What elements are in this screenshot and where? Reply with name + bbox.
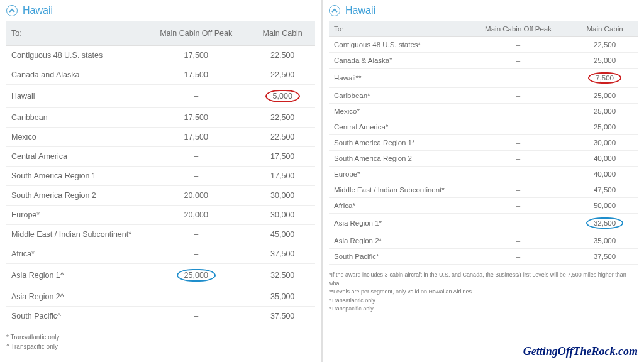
cell-offpeak: –: [465, 135, 572, 151]
table-row: Africa*–50,000: [329, 198, 638, 214]
section-header[interactable]: Hawaii: [6, 5, 315, 16]
cell-destination: Canada and Alaska: [6, 65, 142, 85]
table-row: Asia Region 1*–32,500: [329, 214, 638, 233]
cell-offpeak: 17,500: [142, 128, 250, 147]
cell-offpeak: –: [465, 37, 572, 53]
cell-offpeak: –: [142, 167, 250, 186]
cell-main: 47,500: [572, 182, 638, 198]
cell-offpeak: 17,500: [142, 65, 250, 85]
table-row: Central America–17,500: [6, 147, 315, 167]
footnote-line: *Transatlantic only: [329, 297, 638, 305]
cell-main: 17,500: [250, 147, 315, 167]
cell-offpeak: –: [465, 233, 572, 249]
cell-offpeak: –: [465, 88, 572, 104]
cell-destination: Caribbean: [6, 108, 142, 128]
cell-main: 25,000: [572, 88, 638, 104]
cell-offpeak: –: [142, 307, 250, 326]
table-row: Asia Region 1^25,00032,500: [6, 264, 315, 287]
table-row: Canada and Alaska17,50022,500: [6, 65, 315, 85]
cell-offpeak: 20,000: [142, 186, 250, 206]
table-row: Asia Region 2*–35,000: [329, 233, 638, 249]
cell-offpeak: 17,500: [142, 108, 250, 128]
cell-destination: South America Region 1: [6, 167, 142, 186]
chevron-up-icon[interactable]: [329, 5, 340, 16]
footnote-line: * Transatlantic only: [6, 332, 315, 342]
table-row: Middle East / Indian Subcontinent*–45,00…: [6, 225, 315, 244]
cell-offpeak: 20,000: [142, 206, 250, 225]
cell-main: 22,500: [250, 128, 315, 147]
cell-offpeak: –: [465, 167, 572, 182]
cell-destination: Contiguous 48 U.S. states*: [329, 37, 465, 53]
award-table-right: To: Main Cabin Off Peak Main Cabin Conti…: [329, 21, 638, 265]
section-title: Hawaii: [23, 5, 53, 16]
cell-destination: Africa*: [6, 244, 142, 264]
cell-destination: Africa*: [329, 198, 465, 214]
col-offpeak: Main Cabin Off Peak: [142, 21, 250, 46]
cell-destination: South America Region 2: [6, 186, 142, 206]
cell-destination: Hawaii**: [329, 69, 465, 88]
table-row: Africa*–37,500: [6, 244, 315, 264]
highlight-circle: 32,500: [586, 217, 623, 229]
left-award-chart: Hawaii To: Main Cabin Off Peak Main Cabi…: [0, 0, 323, 362]
cell-main: 40,000: [572, 167, 638, 182]
section-header[interactable]: Hawaii: [329, 5, 638, 16]
cell-main: 45,000: [250, 225, 315, 244]
cell-destination: Mexico*: [329, 104, 465, 119]
footnotes-right: *If the award includes 3-cabin aircraft …: [329, 271, 638, 314]
cell-offpeak: –: [142, 244, 250, 264]
cell-main: 35,000: [250, 287, 315, 307]
table-row: South America Region 1–17,500: [6, 167, 315, 186]
cell-main: 40,000: [572, 151, 638, 167]
table-row: Contiguous 48 U.S. states*–22,500: [329, 37, 638, 53]
award-table-left: To: Main Cabin Off Peak Main Cabin Conti…: [6, 21, 315, 326]
cell-offpeak: –: [465, 104, 572, 119]
table-row: Caribbean17,50022,500: [6, 108, 315, 128]
cell-main: 22,500: [250, 65, 315, 85]
cell-offpeak: –: [465, 214, 572, 233]
cell-destination: South America Region 2: [329, 151, 465, 167]
cell-main: 37,500: [250, 307, 315, 326]
cell-destination: Canada & Alaska*: [329, 53, 465, 69]
cell-destination: South Pacific^: [6, 307, 142, 326]
table-row: Caribbean*–25,000: [329, 88, 638, 104]
chevron-up-icon[interactable]: [6, 5, 18, 16]
cell-main: 25,000: [572, 53, 638, 69]
table-row: Europe*–40,000: [329, 167, 638, 182]
cell-destination: Contiguous 48 U.S. states: [6, 46, 142, 65]
footnote-line: **Levels are per segment, only valid on …: [329, 288, 638, 297]
cell-main: 17,500: [250, 167, 315, 186]
cell-destination: Caribbean*: [329, 88, 465, 104]
cell-main: 37,500: [250, 244, 315, 264]
cell-main: 30,000: [250, 206, 315, 225]
cell-main: 5,000: [250, 85, 315, 108]
cell-destination: Mexico: [6, 128, 142, 147]
cell-destination: South Pacific*: [329, 249, 465, 265]
cell-offpeak: 17,500: [142, 46, 250, 65]
cell-offpeak: –: [465, 198, 572, 214]
table-row: South America Region 1*–30,000: [329, 135, 638, 151]
table-header-row: To: Main Cabin Off Peak Main Cabin: [6, 21, 315, 46]
table-row: Central America*–25,000: [329, 119, 638, 135]
cell-offpeak: –: [142, 147, 250, 167]
cell-offpeak: –: [142, 85, 250, 108]
cell-offpeak: 25,000: [142, 264, 250, 287]
cell-offpeak: –: [465, 53, 572, 69]
cell-destination: Middle East / Indian Subcontinent*: [329, 182, 465, 198]
table-row: Canada & Alaska*–25,000: [329, 53, 638, 69]
cell-offpeak: –: [465, 69, 572, 88]
cell-main: 7,500: [572, 69, 638, 88]
cell-main: 25,000: [572, 104, 638, 119]
cell-main: 35,000: [572, 233, 638, 249]
table-row: Contiguous 48 U.S. states17,50022,500: [6, 46, 315, 65]
cell-offpeak: –: [465, 249, 572, 265]
table-row: South America Region 2–40,000: [329, 151, 638, 167]
table-body: Contiguous 48 U.S. states17,50022,500Can…: [6, 46, 315, 326]
cell-main: 37,500: [572, 249, 638, 265]
cell-destination: Asia Region 1*: [329, 214, 465, 233]
cell-main: 30,000: [572, 135, 638, 151]
cell-offpeak: –: [142, 287, 250, 307]
cell-main: 30,000: [250, 186, 315, 206]
cell-destination: Europe*: [329, 167, 465, 182]
table-row: South America Region 220,00030,000: [6, 186, 315, 206]
cell-destination: Central America: [6, 147, 142, 167]
